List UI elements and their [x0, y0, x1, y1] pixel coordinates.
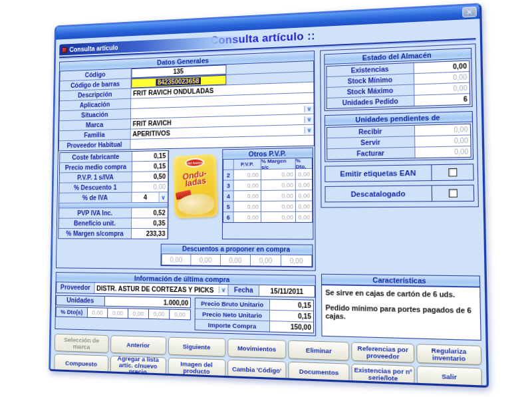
close-icon: ✕	[466, 8, 472, 16]
precio-bruto-field[interactable]: 0,15	[270, 300, 313, 311]
documentos-button[interactable]: Documentos	[289, 362, 350, 382]
main-area: Datos Generales Código 135 Código de bar…	[55, 43, 481, 340]
tilted-scene: ✕ :: Consulta artículo :: Consulta artíc…	[49, 3, 489, 388]
seleccion-marca-button: Selección de marca	[55, 334, 109, 353]
anterior-button[interactable]: Anterior	[110, 335, 166, 354]
recibir-label: Recibir	[327, 126, 414, 138]
descuento1-label: % Descuento 1	[59, 182, 131, 192]
pvp-cell: 0,00	[234, 191, 261, 201]
dto-field: 0,00	[148, 309, 169, 320]
datos-generales-panel: Datos Generales Código 135 Código de bar…	[56, 51, 316, 271]
descatalogado-checkbox[interactable]	[448, 189, 457, 198]
descuentos-header: Descuentos a proponer en compra	[162, 245, 313, 255]
descuentos-panel: Descuentos a proponer en compra 0,00 0,0…	[161, 244, 313, 268]
existencias-field[interactable]: 0,00	[414, 61, 469, 74]
pricing-zone: Coste fabricante 0,15 Precio medio compr…	[57, 146, 315, 241]
margen-compra-label: % Margen s/compra	[59, 229, 131, 239]
unidades-pedido-label: Unidades Pedido	[327, 96, 414, 108]
dto-field: 0,00	[107, 308, 128, 319]
descuento1-field: 0,00	[132, 182, 168, 192]
datos-generales-rows: Código 135 Código de barras 842350023658…	[59, 61, 315, 151]
row-num: 2	[223, 170, 233, 180]
referencias-proveedor-button[interactable]: Referencias por proveedor	[352, 342, 415, 362]
agregar-lista-button[interactable]: Agregar a lista artíc. c/nuevo precio	[110, 356, 166, 376]
compuesto-button[interactable]: Compuesto	[54, 354, 108, 373]
precio-medio-field[interactable]: 0,15	[132, 161, 168, 171]
familia-label: Familia	[59, 130, 130, 141]
margen-compra-field[interactable]: 233,33	[132, 229, 168, 239]
estado-almacen-table: Existencias 0,00 Stock Mínimo 0,00 Stock…	[326, 61, 470, 109]
facturar-label: Facturar	[327, 148, 414, 160]
fecha-field[interactable]: 15/11/2011	[259, 285, 315, 297]
margen-cell: 0,00	[261, 169, 295, 180]
pvp-iva-inc-field[interactable]: 0,52	[132, 208, 168, 218]
existencias-serie-button[interactable]: Existencias por nº serie/lote	[352, 364, 415, 385]
dto-field: 0,00	[87, 307, 108, 318]
salir-button[interactable]: Salir	[417, 366, 482, 388]
chevron-down-icon[interactable]: ∨	[219, 287, 228, 293]
dto-field: 0,00	[169, 309, 191, 321]
chevron-down-icon[interactable]: ∨	[305, 116, 314, 122]
coste-fabricante-field[interactable]: 0,15	[132, 151, 168, 161]
movimientos-button[interactable]: Movimientos	[227, 338, 287, 358]
dto-cell: 0,00	[296, 180, 312, 190]
regulariza-inventario-button[interactable]: Regulariza inventario	[416, 344, 481, 365]
coste-fabricante-label: Coste fabricante	[60, 152, 132, 162]
child-window-title: Consulta artículo	[69, 44, 118, 53]
chevron-down-icon[interactable]: ∨	[304, 105, 313, 112]
row-num: 4	[223, 191, 233, 201]
ean-checkbox[interactable]	[448, 168, 457, 177]
recibir-field: 0,00	[415, 124, 470, 136]
pvp1-label: P.V.P. 1 s/IVA	[60, 172, 132, 183]
descuento-field: 0,00	[162, 254, 190, 265]
proveedor-habitual-label: Proveedor Habitual	[59, 140, 130, 151]
precio-neto-label: Precio Neto Unitario	[196, 309, 269, 321]
iva-combo[interactable]: 4 ∨	[132, 192, 167, 202]
ean-flag-box: Emitir etiquetas EAN	[325, 164, 473, 182]
right-column: Estado del Almacén Existencias 0,00 Stoc…	[320, 43, 481, 340]
col-pvp: P.V.P.	[234, 159, 261, 170]
otros-pvp-table: P.V.P. % Margen s/c % Dto. 2 0,00 0,00 0…	[223, 158, 313, 223]
pricing-separator	[59, 203, 168, 208]
chevron-down-icon[interactable]: ∨	[159, 192, 168, 202]
dto-cell: 0,00	[296, 169, 312, 179]
row-num: 3	[223, 180, 233, 190]
row-num: 6	[223, 212, 233, 222]
margen-cell: 0,00	[261, 201, 295, 211]
chevron-down-icon[interactable]: ∨	[305, 126, 314, 133]
pvp-cell: 0,00	[234, 180, 261, 190]
pvp1-field[interactable]: 0,50	[132, 172, 168, 182]
caracteristicas-panel: Características Se sirve en cajas de car…	[321, 274, 481, 340]
precio-neto-field[interactable]: 0,15	[270, 311, 313, 322]
ean-label: Emitir etiquetas EAN	[325, 165, 431, 182]
close-button[interactable]: ✕	[462, 7, 477, 17]
cambia-codigo-button[interactable]: Cambia 'Código'	[227, 360, 287, 380]
descatalogado-flag-box: Descatalogado	[325, 185, 474, 203]
unidades-pedido-field[interactable]: 6	[414, 94, 469, 106]
unidades-field[interactable]: 1.000,00	[104, 296, 191, 308]
brand-logo: FRIT RAVICH	[185, 158, 204, 168]
marca-label: Marca	[59, 119, 130, 130]
eliminar-button[interactable]: Eliminar	[289, 340, 350, 361]
pvp-cell: 0,00	[234, 170, 261, 180]
proveedor-label: Proveedor	[57, 282, 94, 293]
imagen-producto-button[interactable]: Imagen del producto	[168, 358, 225, 378]
row-num: 5	[223, 201, 233, 211]
app-icon	[62, 47, 67, 53]
pricing-block: Coste fabricante 0,15 Precio medio compr…	[58, 150, 169, 239]
pvp-cell: 0,00	[234, 201, 261, 211]
descuentos-cells: 0,00 0,00 0,00 0,00 0,00	[161, 254, 312, 267]
facturar-field: 0,00	[415, 146, 470, 158]
caracteristicas-text: Se sirve en cajas de cartón de 6 uds. Pe…	[322, 285, 480, 340]
col-dto: % Dto.	[296, 158, 312, 168]
descuento-field: 0,00	[251, 255, 281, 266]
pendientes-table: Recibir 0,00 Servir 0,00 Facturar 0,00	[327, 124, 471, 160]
beneficio-field[interactable]: 0,35	[132, 218, 168, 228]
col-margen: % Margen s/c	[261, 158, 295, 169]
importe-compra-field[interactable]: 150,00	[270, 321, 313, 332]
siguiente-button[interactable]: Siguiente	[168, 337, 225, 357]
dtos-label: % Dto(s)	[56, 307, 87, 318]
ultima-compra-panel: Información de última compra Proveedor D…	[55, 272, 316, 336]
dto-cell: 0,00	[296, 190, 312, 200]
margen-cell: 0,00	[261, 212, 295, 222]
